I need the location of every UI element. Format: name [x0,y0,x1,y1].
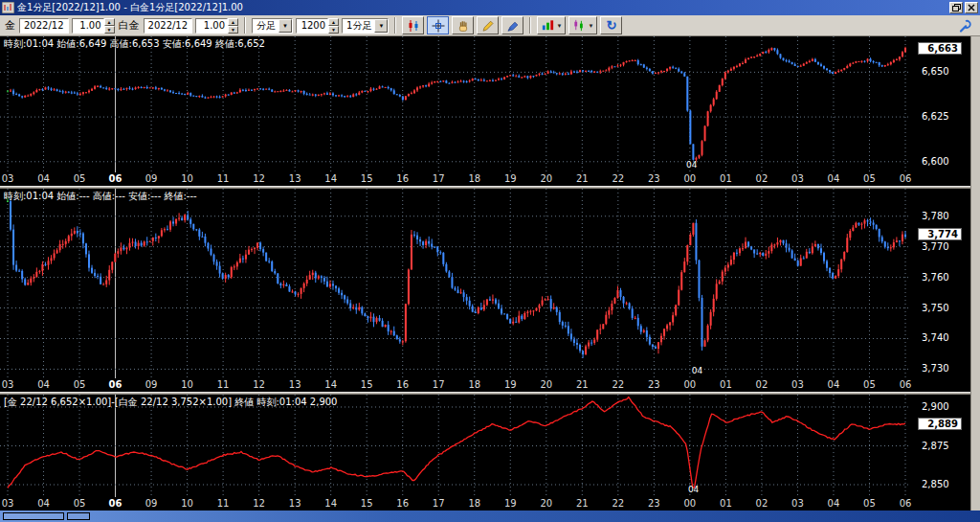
candles-series [7,47,906,161]
bar-count-value: 1200 [296,18,328,34]
x-tick-label: 18 [465,379,484,390]
indicator-dropdown-button[interactable]: ▼ [568,16,597,34]
y-tick-label: 3,780 [922,211,949,221]
gold-multiplier-up-button[interactable]: ▲ [104,18,115,26]
bar-count-up-button[interactable]: ▲ [328,18,339,26]
x-tick-label: 03 [0,498,17,509]
x-tick-label: 05 [859,498,879,509]
platinum-candlestick-chart[interactable]: 04 [0,189,917,378]
x-tick-label: 23 [644,498,663,509]
pen-tool-button[interactable] [501,16,523,34]
gold-candlestick-chart[interactable]: 04 [0,36,917,172]
x-tick-label: 02 [752,173,771,184]
pencil-tool-button[interactable] [477,16,499,34]
x-tick-label: 21 [572,498,591,509]
x-tick-label: 22 [609,173,628,184]
x-tick-label: 06 [106,173,125,184]
chart-type-dropdown-button[interactable]: ▼ [537,16,566,34]
gold-contract-field[interactable]: 2022/12 [19,18,69,34]
x-tick-label: 06 [106,498,125,509]
spread-line-chart[interactable]: 04 [0,395,917,497]
x-tick-label: 23 [644,379,663,390]
crosshair-tool-button[interactable] [427,16,449,34]
platinum-multiplier-down-button[interactable]: ▼ [228,26,238,34]
spread-x-axis: 0304050609101112131415161718192021222300… [0,497,980,511]
bar-type-dropdown-arrow[interactable]: ▼ [278,19,292,33]
y-tick-label: 2,900 [922,401,949,412]
x-tick-label: 05 [859,173,879,184]
x-tick-label: 03 [0,173,17,184]
x-tick-label: 19 [501,173,520,184]
x-tick-label: 18 [465,173,484,184]
x-tick-label: 01 [716,498,735,509]
candlestick-tool-button[interactable] [402,16,424,34]
x-tick-label: 05 [70,173,89,184]
platinum-multiplier-spinner[interactable]: 1.00 ▲ ▼ [195,18,238,34]
x-tick-label: 02 [752,379,771,390]
x-tick-label: 22 [609,379,628,390]
toolbar-separator [394,17,396,34]
y-tick-label: 3,730 [922,363,949,374]
platinum-info-line: 時刻:01:04 始値:--- 高値:--- 安値:--- 終値:--- [4,190,197,203]
x-tick-label: 03 [788,379,807,390]
status-cell-2 [67,512,90,520]
y-tick-label: 2,875 [922,441,949,451]
restore-button[interactable] [949,2,963,13]
x-tick-label: 16 [393,498,412,509]
x-tick-label: 03 [788,498,807,509]
x-tick-label: 15 [357,173,376,184]
gold-chart-panel: 04 時刻:01:04 始値:6,649 高値:6,653 安値:6,649 終… [0,36,980,186]
gold-x-axis: 0304050609101112131415161718192021222300… [0,172,980,186]
x-tick-label: 15 [357,498,376,509]
x-tick-label: 16 [393,379,412,390]
x-tick-label: 04 [34,498,54,509]
x-tick-label: 11 [213,173,233,184]
window-icon [2,2,14,13]
last-price-badge: 6,663 [918,42,962,55]
settings-wrench-button[interactable] [954,16,976,34]
pan-hand-tool-button[interactable] [452,16,474,34]
spread-info-line: [金 22/12 6,652×1.00]-[白金 22/12 3,752×1.0… [4,396,337,409]
bar-count-down-button[interactable]: ▼ [328,26,339,34]
refresh-button[interactable]: ↻ [600,16,622,34]
right-scrollbar[interactable] [970,36,980,511]
gold-info-line: 時刻:01:04 始値:6,649 高値:6,653 安値:6,649 終値:6… [4,37,265,51]
x-tick-label: 12 [250,498,269,509]
x-tick-label: 12 [250,173,269,184]
bar-count-spinner[interactable]: 1200 ▲ ▼ [296,18,339,34]
x-tick-label: 17 [429,379,448,390]
interval-dropdown[interactable]: 1分足 ▼ [342,18,389,34]
platinum-y-axis: 3,7803,7703,7603,7503,7403,7303,774 [917,189,970,378]
y-tick-label: 6,600 [922,156,949,167]
chart-type-dropdown-arrow-icon: ▼ [556,23,562,29]
x-tick-label: 16 [393,173,412,184]
platinum-multiplier-up-button[interactable]: ▲ [228,18,238,26]
platinum-chart-panel: 04 時刻:01:04 始値:--- 高値:--- 安値:--- 終値:--- … [0,189,980,392]
last-price-badge: 3,774 [918,228,962,240]
platinum-x-axis: 0304050609101112131415161718192021222300… [0,378,980,392]
bar-type-value: 分足 [256,19,276,33]
x-tick-label: 11 [213,498,233,509]
bar-type-dropdown[interactable]: 分足 ▼ [252,18,293,34]
interval-dropdown-arrow[interactable]: ▼ [374,19,388,33]
x-tick-label: 10 [178,498,197,509]
x-tick-label: 20 [537,173,556,184]
status-cell-1 [3,512,64,520]
y-tick-label: 6,625 [922,111,949,122]
x-tick-label: 04 [824,173,843,184]
x-tick-label: 01 [716,379,735,390]
close-button[interactable] [965,2,978,13]
x-tick-label: 14 [322,379,341,390]
grid-lines [0,36,911,172]
x-tick-label: 04 [824,379,843,390]
platinum-contract-field[interactable]: 2022/12 [144,18,193,34]
x-tick-label: 04 [34,173,54,184]
gold-multiplier-spinner[interactable]: 1.00 ▲ ▼ [72,18,115,34]
x-tick-label: 21 [572,379,591,390]
interval-value: 1分足 [346,19,371,33]
spread-chart-panel: 04 [金 22/12 6,652×1.00]-[白金 22/12 3,752×… [0,395,980,511]
toolbar: 金 2022/12 1.00 ▲ ▼ 白金 2022/12 1.00 ▲ ▼ 分… [0,15,980,36]
x-tick-label: 22 [609,498,628,509]
gold-multiplier-down-button[interactable]: ▼ [104,26,115,34]
grid-lines [0,395,911,497]
